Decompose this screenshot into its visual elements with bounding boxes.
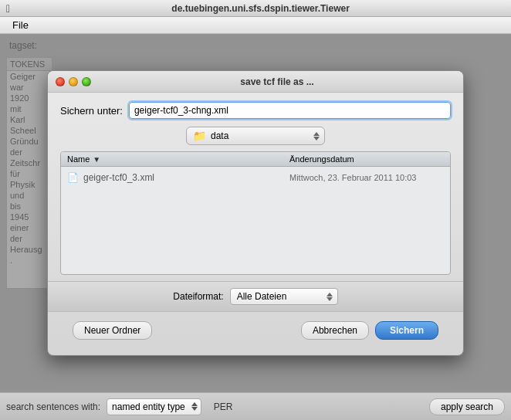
apple-logo-icon:  bbox=[6, 2, 10, 15]
folder-selector-row: 📁 data bbox=[60, 127, 451, 145]
dialog-title-bar: save tcf file as ... bbox=[48, 71, 463, 93]
cancel-button[interactable]: Abbrechen bbox=[301, 321, 369, 340]
minimize-button[interactable] bbox=[69, 77, 78, 86]
format-dropdown-arrow-icon bbox=[327, 293, 333, 301]
table-row[interactable]: 📄 geiger-tcf0_3.xml Mittwoch, 23. Februa… bbox=[61, 170, 450, 185]
maximize-button[interactable] bbox=[82, 77, 91, 86]
save-dialog: save tcf file as ... Sichern unter: 📁 da… bbox=[47, 70, 464, 356]
modal-overlay: save tcf file as ... Sichern unter: 📁 da… bbox=[0, 34, 511, 392]
save-location-label: Sichern unter: bbox=[60, 105, 123, 117]
sort-arrow-icon: ▼ bbox=[93, 155, 100, 164]
folder-selector-dropdown[interactable]: 📁 data bbox=[186, 127, 325, 145]
column-header-name[interactable]: Name ▼ bbox=[67, 154, 289, 164]
format-label: Dateiformat: bbox=[173, 291, 223, 302]
file-icon: 📄 bbox=[67, 172, 79, 183]
format-row: Dateiformat: Alle Dateien bbox=[48, 281, 463, 312]
folder-icon: 📁 bbox=[193, 130, 206, 142]
app-title: de.tuebingen.uni.sfs.dspin.tiewer.Tiewer bbox=[16, 3, 505, 14]
file-name: geiger-tcf0_3.xml bbox=[83, 172, 289, 183]
search-dropdown-arrow-icon bbox=[191, 402, 198, 411]
filename-input[interactable] bbox=[129, 102, 451, 119]
traffic-lights bbox=[56, 77, 91, 86]
search-label: search sentences with: bbox=[6, 401, 100, 412]
file-list-header: Name ▼ Änderungsdatum bbox=[61, 152, 450, 167]
title-bar:  de.tuebingen.uni.sfs.dspin.tiewer.Tiew… bbox=[0, 0, 511, 17]
folder-name: data bbox=[211, 130, 228, 141]
file-list-body: 📄 geiger-tcf0_3.xml Mittwoch, 23. Februa… bbox=[61, 167, 450, 267]
save-location-row: Sichern unter: bbox=[60, 102, 451, 119]
column-header-date: Änderungsdatum bbox=[289, 154, 444, 164]
dialog-body: Sichern unter: 📁 data bbox=[48, 93, 463, 346]
menu-bar: File bbox=[0, 17, 511, 34]
file-date: Mittwoch, 23. Februar 2011 10:03 bbox=[289, 173, 444, 182]
save-button[interactable]: Sichern bbox=[375, 321, 438, 340]
dialog-buttons: Neuer Ordner Abbrechen Sichern bbox=[60, 321, 451, 340]
folder-selector-arrow-icon bbox=[313, 132, 320, 141]
search-type-dropdown[interactable]: named entity type bbox=[107, 398, 201, 415]
new-folder-button[interactable]: Neuer Ordner bbox=[73, 321, 152, 340]
dialog-title: save tcf file as ... bbox=[99, 76, 455, 87]
menu-item-file[interactable]: File bbox=[6, 18, 35, 32]
bottom-bar: search sentences with: named entity type… bbox=[0, 392, 511, 420]
format-dropdown[interactable]: Alle Dateien bbox=[230, 288, 338, 305]
search-entity-value: PER bbox=[214, 401, 233, 412]
file-list-area: Name ▼ Änderungsdatum 📄 geiger-tcf0_3.xm… bbox=[60, 151, 451, 275]
close-button[interactable] bbox=[56, 77, 65, 86]
search-dropdown-value: named entity type bbox=[112, 401, 185, 412]
app-area: tagset: TOKENS Geiger war 1920 mit Karl … bbox=[0, 34, 511, 420]
apply-search-button[interactable]: apply search bbox=[429, 398, 505, 415]
format-value: Alle Dateien bbox=[237, 291, 287, 302]
